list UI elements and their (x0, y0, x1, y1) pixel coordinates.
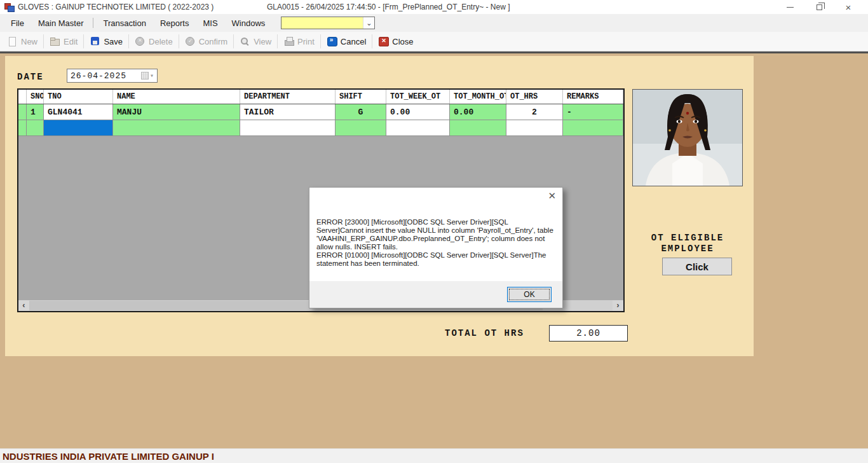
error-dialog: ✕ ERROR [23000] [Microsoft][ODBC SQL Ser… (309, 187, 563, 308)
table-cell[interactable] (386, 120, 450, 136)
status-marquee-text: NDUSTRIES INDIA PRIVATE LIMITED GAINUP I (0, 451, 214, 462)
toolbar-separator (372, 34, 372, 48)
click-button[interactable]: Click (662, 258, 732, 275)
table-cell-sno[interactable]: 1 (27, 104, 44, 120)
table-cell-tot-week-ot[interactable]: 0.00 (386, 104, 450, 120)
scroll-left-arrow[interactable]: ‹ (18, 300, 29, 311)
ot-eligible-caption: OT ELIGIBLE EMPLOYEE (625, 233, 750, 254)
edit-button[interactable]: Edit (45, 34, 82, 48)
restore-icon (817, 4, 822, 10)
col-header-name[interactable]: NAME (113, 90, 240, 104)
grid-header-row: SNO TNO NAME DEPARTMENT SHIFT TOT_WEEK_O… (18, 90, 623, 104)
table-cell[interactable] (450, 120, 506, 136)
menu-item-mis[interactable]: MIS (196, 15, 224, 31)
table-cell[interactable] (113, 120, 240, 136)
ot-eligible-line2: EMPLOYEE (625, 244, 750, 254)
save-button[interactable]: Save (85, 34, 127, 48)
table-cell-shift[interactable]: G (336, 104, 386, 120)
view-magnifier-icon (240, 36, 250, 46)
ot-eligible-line1: OT ELIGIBLE (625, 233, 750, 244)
cancel-button[interactable]: Cancel (322, 34, 370, 48)
table-cell[interactable] (27, 120, 44, 136)
dialog-close-icon[interactable]: ✕ (548, 190, 556, 202)
window-controls: × (775, 0, 863, 14)
print-button[interactable]: Print (279, 34, 319, 48)
close-button[interactable]: Close (374, 34, 417, 48)
col-header-tno[interactable]: TNO (44, 90, 113, 104)
date-value: 26-04-2025 (71, 71, 126, 81)
row-indicator (18, 120, 27, 136)
window-title: GLOVES : GAINUP TECHNOTEK LIMITED ( 2022… (18, 3, 214, 11)
col-header-shift[interactable]: SHIFT (336, 90, 386, 104)
menu-separator (93, 18, 93, 28)
menu-item-file[interactable]: File (4, 15, 31, 31)
table-cell[interactable] (336, 120, 386, 136)
dialog-footer: OK (309, 281, 562, 308)
toolbar-separator (83, 34, 84, 48)
mdi-child-title: GLA0015 - 26/04/2025 17:44:50 - [Frm_Pre… (267, 3, 510, 11)
date-dropdown-arrow[interactable]: ▾ (149, 72, 157, 79)
toolbar-separator (128, 34, 129, 48)
toolbar-separator (179, 34, 179, 48)
status-bar: NDUSTRIES INDIA PRIVATE LIMITED GAINUP I (0, 448, 868, 463)
quick-search-combobox[interactable]: ⌄ (281, 17, 375, 29)
table-cell-remarks[interactable]: - (563, 104, 623, 120)
table-cell-name[interactable]: MANJU (113, 104, 240, 120)
col-header-department[interactable]: DEPARTMENT (240, 90, 336, 104)
table-cell[interactable] (563, 120, 623, 136)
table-cell-tno[interactable]: GLN4041 (44, 104, 113, 120)
table-cell[interactable] (240, 120, 336, 136)
row-indicator (18, 104, 27, 120)
menu-item-reports[interactable]: Reports (153, 15, 196, 31)
row-indicator-header (18, 90, 27, 104)
menu-item-transaction[interactable]: Transaction (96, 15, 153, 31)
minimize-button[interactable] (775, 0, 804, 14)
cancel-icon (327, 36, 337, 46)
print-icon (283, 36, 294, 46)
col-header-tot-week-ot[interactable]: TOT_WEEK_OT (386, 90, 450, 104)
total-ot-hrs-field[interactable]: 2.00 (549, 325, 628, 342)
application-window: GLOVES : GAINUP TECHNOTEK LIMITED ( 2022… (0, 0, 868, 463)
menu-item-windows[interactable]: Windows (225, 15, 273, 31)
ok-button[interactable]: OK (507, 287, 552, 302)
scroll-right-arrow[interactable]: › (613, 300, 623, 311)
date-picker[interactable]: 26-04-2025 ▾ (67, 69, 158, 83)
table-cell-ot-hrs[interactable]: 2 (506, 104, 563, 120)
table-cell[interactable] (506, 120, 563, 136)
restore-button[interactable] (804, 0, 834, 14)
menu-bar: File Main Master Transaction Reports MIS… (0, 14, 868, 32)
selected-cell[interactable] (44, 120, 113, 136)
table-cell-tot-month-ot[interactable]: 0.00 (450, 104, 506, 120)
new-page-icon (7, 36, 18, 46)
table-cell-department[interactable]: TAILOR (240, 104, 336, 120)
toolbar-separator (43, 34, 44, 48)
delete-button[interactable]: Delete (130, 34, 177, 48)
delete-icon (135, 36, 146, 46)
new-button[interactable]: New (3, 34, 42, 48)
close-window-button[interactable]: × (834, 0, 863, 14)
chevron-down-icon[interactable]: ⌄ (363, 17, 374, 29)
edit-folder-icon (50, 36, 60, 46)
close-icon (378, 36, 389, 46)
col-header-tot-month-ot[interactable]: TOT_MONTH_OT (450, 90, 506, 104)
app-icon (4, 3, 14, 11)
employee-photo-image (633, 90, 742, 186)
employee-photo (632, 89, 743, 186)
col-header-ot-hrs[interactable]: OT_HRS (506, 90, 563, 104)
col-header-remarks[interactable]: REMARKS (563, 90, 623, 104)
confirm-button[interactable]: Confirm (180, 34, 233, 48)
title-bar: GLOVES : GAINUP TECHNOTEK LIMITED ( 2022… (0, 0, 868, 14)
toolbar-separator (277, 34, 278, 48)
date-label: DATE (17, 72, 44, 82)
calendar-icon[interactable] (141, 72, 149, 79)
table-row: 1 GLN4041 MANJU TAILOR G 0.00 0.00 2 - (18, 104, 623, 120)
toolbar-separator (320, 34, 321, 48)
toolbar-separator (233, 34, 234, 48)
menu-item-main-master[interactable]: Main Master (31, 15, 91, 31)
total-ot-hrs-label: TOTAL OT HRS (445, 328, 524, 338)
minimize-icon (787, 7, 794, 8)
table-row-new (18, 120, 623, 136)
view-button[interactable]: View (235, 34, 276, 48)
save-floppy-icon (90, 36, 100, 46)
col-header-sno[interactable]: SNO (27, 90, 44, 104)
